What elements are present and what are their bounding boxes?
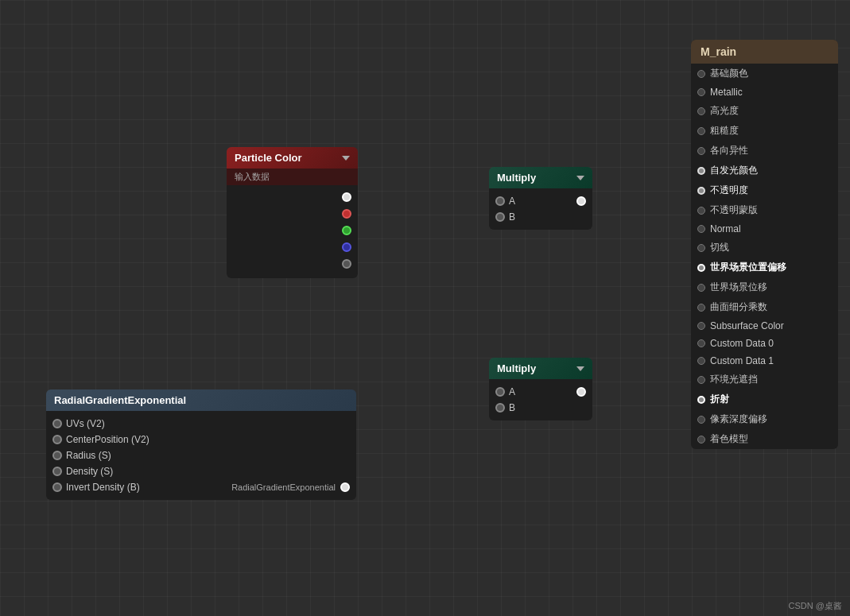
centerpos-pin xyxy=(52,435,62,444)
invert-row: Invert Density (B) RadialGradientExponen… xyxy=(46,479,356,495)
pin-环境光遮挡 xyxy=(697,376,705,384)
pin-red xyxy=(342,209,351,219)
panel-row-粗糙度: 粗糙度 xyxy=(691,121,838,141)
multiply1-a-pin xyxy=(495,196,505,206)
pin-曲面细分乘数 xyxy=(697,304,705,312)
pin-粗糙度 xyxy=(697,127,705,135)
panel-row-曲面细分乘数: 曲面细分乘数 xyxy=(691,297,838,317)
multiply2-a-row: A xyxy=(489,384,592,400)
radial-gradient-node[interactable]: RadialGradientExponential UVs (V2) Cente… xyxy=(46,389,356,500)
centerpos-row: CenterPosition (V2) xyxy=(46,432,356,447)
pin-custom-data-0 xyxy=(697,339,705,347)
multiply2-b-pin xyxy=(495,403,505,413)
multiply2-node[interactable]: Multiply A B xyxy=(489,358,592,420)
panel-row-各向异性: 各向异性 xyxy=(691,141,838,161)
pin-subsurface-color xyxy=(697,322,705,330)
panel-row-切线: 切线 xyxy=(691,238,838,258)
pin-row-gray xyxy=(227,257,358,273)
multiply2-body: A B xyxy=(489,379,592,420)
panel-row-自发光颜色: 自发光颜色 xyxy=(691,161,838,180)
pin-像素深度偏移 xyxy=(697,416,705,424)
multiply1-a-row: A xyxy=(489,193,592,209)
multiply2-dropdown[interactable] xyxy=(576,366,584,371)
multiply1-header: Multiply xyxy=(489,167,592,188)
pin-不透明度 xyxy=(697,187,705,195)
panel-row-世界场景位置偏移: 世界场景位置偏移 xyxy=(691,258,838,277)
multiply1-out-pin xyxy=(576,196,586,206)
particle-color-node[interactable]: Particle Color 输入数据 xyxy=(227,147,358,278)
panel-row-custom-data-0: Custom Data 0 xyxy=(691,335,838,352)
panel-row-高光度: 高光度 xyxy=(691,101,838,121)
pin-高光度 xyxy=(697,107,705,115)
particle-color-title: Particle Color xyxy=(235,152,302,164)
particle-color-subtitle: 输入数据 xyxy=(227,169,358,185)
multiply2-header: Multiply xyxy=(489,358,592,379)
panel-row-基础颜色: 基础颜色 xyxy=(691,64,838,83)
radius-row: Radius (S) xyxy=(46,447,356,463)
m-rain-title: M_rain xyxy=(691,40,838,64)
radial-output-pin xyxy=(340,482,350,492)
pin-white xyxy=(342,192,351,202)
pin-基础颜色 xyxy=(697,70,705,78)
panel-row-着色模型: 着色模型 xyxy=(691,429,838,449)
panel-row-环境光遮挡: 环境光遮挡 xyxy=(691,370,838,389)
pin-各向异性 xyxy=(697,147,705,155)
panel-row-subsurface-color: Subsurface Color xyxy=(691,317,838,335)
panel-row-像素深度偏移: 像素深度偏移 xyxy=(691,409,838,429)
uvs-row: UVs (V2) xyxy=(46,416,356,432)
particle-color-header: Particle Color xyxy=(227,147,358,169)
density-pin xyxy=(52,467,62,476)
panel-row-世界场景位移: 世界场景位移 xyxy=(691,277,838,297)
multiply1-body: A B xyxy=(489,188,592,230)
multiply1-b-row: B xyxy=(489,209,592,225)
watermark: CSDN @桌酱 xyxy=(789,600,842,612)
pin-自发光颜色 xyxy=(697,167,705,175)
density-row: Density (S) xyxy=(46,463,356,479)
multiply2-a-pin xyxy=(495,387,505,397)
pin-不透明蒙版 xyxy=(697,207,705,215)
pin-世界场景位移 xyxy=(697,284,705,292)
pin-row-red xyxy=(227,207,358,223)
pin-blue xyxy=(342,242,351,252)
pin-normal xyxy=(697,225,705,233)
pin-折射 xyxy=(697,396,705,404)
multiply2-title: Multiply xyxy=(497,362,536,374)
pin-custom-data-1 xyxy=(697,357,705,365)
panel-row-custom-data-1: Custom Data 1 xyxy=(691,352,838,370)
particle-color-body xyxy=(227,185,358,278)
pin-gray xyxy=(342,259,351,269)
pin-切线 xyxy=(697,244,705,252)
multiply1-b-pin xyxy=(495,212,505,222)
multiply1-node[interactable]: Multiply A B xyxy=(489,167,592,230)
multiply1-title: Multiply xyxy=(497,172,536,184)
multiply2-b-row: B xyxy=(489,400,592,416)
panel-row-metallic: Metallic xyxy=(691,83,838,101)
panel-row-不透明蒙版: 不透明蒙版 xyxy=(691,200,838,220)
multiply1-dropdown[interactable] xyxy=(576,176,584,180)
pin-green xyxy=(342,226,351,235)
pin-row-green xyxy=(227,223,358,240)
pin-row-blue xyxy=(227,240,358,257)
multiply2-out-pin xyxy=(576,387,586,397)
pin-世界场景位置偏移 xyxy=(697,264,705,272)
invert-pin xyxy=(52,482,62,492)
radius-pin xyxy=(52,451,62,460)
pin-metallic xyxy=(697,88,705,96)
radial-gradient-body: UVs (V2) CenterPosition (V2) Radius (S) … xyxy=(46,411,356,500)
panel-row-normal: Normal xyxy=(691,220,838,238)
panel-row-折射: 折射 xyxy=(691,389,838,409)
particle-color-dropdown[interactable] xyxy=(342,156,350,161)
radial-gradient-title: RadialGradientExponential xyxy=(54,394,186,406)
m-rain-rows: 基础颜色 Metallic 高光度 粗糙度 各向异性 自发光颜色 不透明度 不 xyxy=(691,64,838,449)
uvs-pin xyxy=(52,419,62,428)
radial-gradient-header: RadialGradientExponential xyxy=(46,389,356,411)
m-rain-panel[interactable]: M_rain 基础颜色 Metallic 高光度 粗糙度 各向异性 自发光颜色 xyxy=(691,40,838,449)
pin-row-white xyxy=(227,190,358,207)
panel-row-不透明度: 不透明度 xyxy=(691,180,838,200)
pin-着色模型 xyxy=(697,436,705,444)
